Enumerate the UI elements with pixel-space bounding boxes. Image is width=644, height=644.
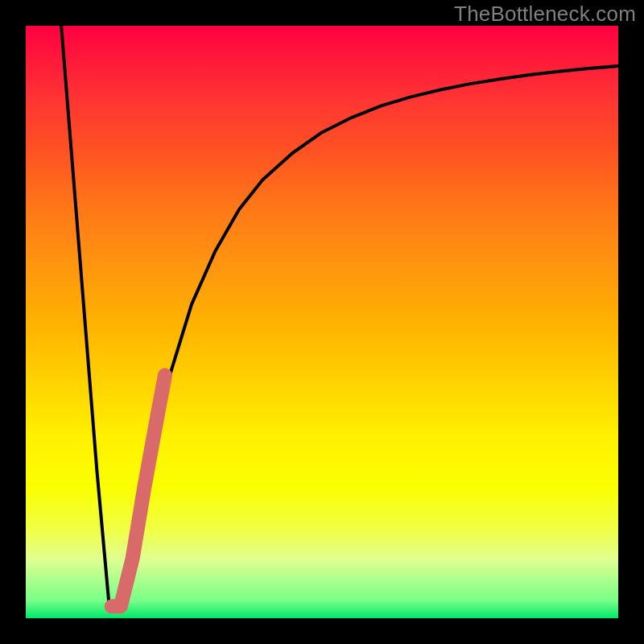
plot-area (26, 26, 618, 618)
watermark-text: TheBottleneck.com (454, 2, 636, 27)
chart-svg (26, 26, 618, 618)
chart-frame: TheBottleneck.com (0, 0, 644, 644)
highlight-segment-path (112, 375, 165, 606)
